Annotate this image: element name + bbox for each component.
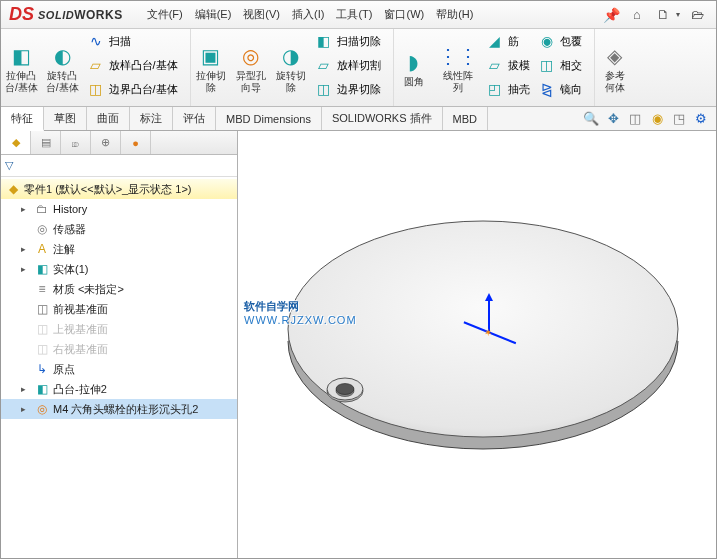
wrap-icon: ◉: [538, 33, 556, 49]
solid-bodies-label: 实体(1): [53, 262, 88, 277]
tree-origin[interactable]: ↳原点: [1, 359, 237, 379]
view-toolbar: 🔍 ✥ ◫ ◉ ◳ ⚙: [582, 107, 716, 130]
tab-features[interactable]: 特征: [1, 107, 44, 131]
fillet-label: 圆角: [404, 76, 424, 88]
ref-geometry-button[interactable]: ◈ 参考 何体: [595, 29, 635, 106]
menu-window[interactable]: 窗口(W): [378, 3, 430, 26]
shell-button[interactable]: ◰抽壳: [482, 77, 534, 101]
mirror-icon: ⧎: [538, 81, 556, 97]
tree-plane-hidden[interactable]: ◫上视基准面: [1, 319, 237, 339]
tab-mbd[interactable]: MBD: [443, 107, 488, 130]
extrude-icon: ◧: [34, 382, 50, 396]
extrude-boss-button[interactable]: ◧ 拉伸凸 台/基体: [1, 29, 42, 106]
expand-icon[interactable]: ▸: [21, 204, 31, 214]
new-doc-icon[interactable]: 🗋: [654, 6, 672, 24]
lofted-cut-label: 放样切割: [337, 58, 381, 73]
display-tab[interactable]: ●: [121, 131, 151, 154]
pin-icon[interactable]: 📌: [603, 7, 620, 23]
display-style-icon[interactable]: ◉: [648, 110, 666, 128]
dropdown-caret-icon[interactable]: ▾: [676, 10, 680, 19]
expand-icon[interactable]: ▸: [21, 264, 31, 274]
lofted-boss-button[interactable]: ▱放样凸台/基体: [83, 53, 182, 77]
tree-cbore-hole[interactable]: ▸◎M4 六角头螺栓的柱形沉头孔2: [1, 399, 237, 419]
annotation-icon: A: [34, 242, 50, 256]
graphics-viewport[interactable]: 软件自学网 WWW.RJZXW.COM: [238, 131, 716, 558]
draft-button[interactable]: ▱拔模: [482, 53, 534, 77]
open-icon[interactable]: 🗁: [688, 6, 706, 24]
menu-edit[interactable]: 编辑(E): [189, 3, 238, 26]
tab-evaluate[interactable]: 评估: [173, 107, 216, 130]
swept-label: 扫描: [109, 34, 131, 49]
extrude-cut-button[interactable]: ▣ 拉伸切 除: [191, 29, 231, 106]
fillet-button[interactable]: ◗ 圆角: [394, 29, 434, 106]
tab-addins[interactable]: SOLIDWORKS 插件: [322, 107, 443, 130]
menu-file[interactable]: 文件(F): [141, 3, 189, 26]
tab-sketch[interactable]: 草图: [44, 107, 87, 130]
intersect-icon: ◫: [538, 57, 556, 73]
sensor-icon: ◎: [34, 222, 50, 236]
tab-surfaces[interactable]: 曲面: [87, 107, 130, 130]
expand-icon[interactable]: ▸: [21, 384, 31, 394]
revolve-cut-button[interactable]: ◑ 旋转切 除: [271, 29, 311, 106]
section-icon[interactable]: ◫: [626, 110, 644, 128]
menu-view[interactable]: 视图(V): [237, 3, 286, 26]
fillet-icon: ◗: [408, 48, 419, 76]
feature-tree-tab[interactable]: ◆: [1, 131, 31, 154]
menu-insert[interactable]: 插入(I): [286, 3, 330, 26]
shell-icon: ◰: [486, 81, 504, 97]
view-settings-icon[interactable]: ⚙: [692, 110, 710, 128]
tree-root[interactable]: ◆ 零件1 (默认<<默认>_显示状态 1>): [1, 179, 237, 199]
property-tab[interactable]: ▤: [31, 131, 61, 154]
revolve-boss-icon: ◐: [54, 42, 71, 70]
ribbon: ◧ 拉伸凸 台/基体 ◐ 旋转凸 台/基体 ∿扫描 ▱放样凸台/基体 ◫边界凸台…: [1, 29, 716, 107]
view-cube-icon[interactable]: ◳: [670, 110, 688, 128]
tab-dimxpert[interactable]: 标注: [130, 107, 173, 130]
tree-material[interactable]: ≡材质 <未指定>: [1, 279, 237, 299]
home-icon[interactable]: ⌂: [628, 6, 646, 24]
boundary-boss-button[interactable]: ◫边界凸台/基体: [83, 77, 182, 101]
mirror-button[interactable]: ⧎镜向: [534, 77, 586, 101]
filter-icon[interactable]: ▽: [5, 159, 13, 172]
wrap-button[interactable]: ◉包覆: [534, 29, 586, 53]
tree-tab-icon: ◆: [12, 136, 20, 149]
extrude-cut-label: 拉伸切 除: [196, 70, 226, 94]
tree-front-plane[interactable]: ◫前视基准面: [1, 299, 237, 319]
menu-tools[interactable]: 工具(T): [330, 3, 378, 26]
extrude-cut-icon: ▣: [201, 42, 220, 70]
rib-button[interactable]: ◢筋: [482, 29, 534, 53]
menu-items: 文件(F) 编辑(E) 视图(V) 插入(I) 工具(T) 窗口(W) 帮助(H…: [141, 3, 480, 26]
swept-cut-button[interactable]: ◧扫描切除: [311, 29, 385, 53]
draft-label: 拔模: [508, 58, 530, 73]
tree-sensors[interactable]: ◎传感器: [1, 219, 237, 239]
tree-annotations[interactable]: ▸A注解: [1, 239, 237, 259]
manager-tabs: ◆ ▤ ⎄ ⊕ ●: [1, 131, 237, 155]
lofted-cut-button[interactable]: ▱放样切割: [311, 53, 385, 77]
boundary-cut-button[interactable]: ◫边界切除: [311, 77, 385, 101]
expand-icon[interactable]: ▸: [21, 244, 31, 254]
intersect-button[interactable]: ◫相交: [534, 53, 586, 77]
swept-boss-button[interactable]: ∿扫描: [83, 29, 182, 53]
linear-pattern-button[interactable]: ⋮⋮ 线性阵 列: [434, 29, 482, 106]
annotations-label: 注解: [53, 242, 75, 257]
tab-mbd-dim[interactable]: MBD Dimensions: [216, 107, 322, 130]
dimxpert-tab[interactable]: ⊕: [91, 131, 121, 154]
zoom-icon[interactable]: 🔍: [582, 110, 600, 128]
plane-label: 上视基准面: [53, 322, 108, 337]
revolve-cut-icon: ◑: [282, 42, 299, 70]
tree-solid-bodies[interactable]: ▸◧实体(1): [1, 259, 237, 279]
expand-icon[interactable]: ▸: [21, 404, 31, 414]
tree-plane-hidden2[interactable]: ◫右视基准面: [1, 339, 237, 359]
tree-history[interactable]: ▸🗀History: [1, 199, 237, 219]
hole-icon: ◎: [34, 402, 50, 416]
menu-help[interactable]: 帮助(H): [430, 3, 479, 26]
revolve-boss-button[interactable]: ◐ 旋转凸 台/基体: [42, 29, 83, 106]
watermark-main: 软件自学网: [244, 300, 299, 312]
root-label: 零件1 (默认<<默认>_显示状态 1>): [24, 182, 192, 197]
config-tab[interactable]: ⎄: [61, 131, 91, 154]
rotate-icon[interactable]: ✥: [604, 110, 622, 128]
watermark: 软件自学网 WWW.RJZXW.COM: [244, 281, 357, 326]
hole-wizard-button[interactable]: ◎ 异型孔 向导: [231, 29, 271, 106]
tree-boss-extrude[interactable]: ▸◧凸台-拉伸2: [1, 379, 237, 399]
swept-cut-label: 扫描切除: [337, 34, 381, 49]
linear-pattern-icon: ⋮⋮: [438, 42, 478, 70]
